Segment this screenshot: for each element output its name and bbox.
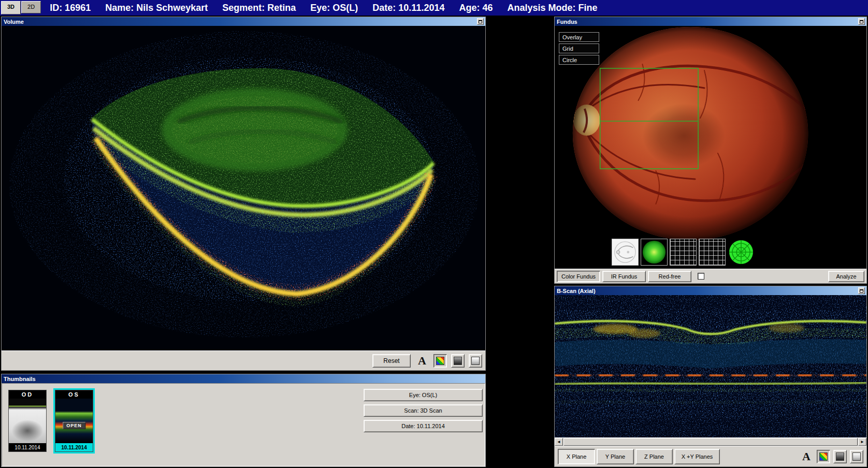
volume-controls: Reset A xyxy=(2,350,485,370)
open-badge: OPEN xyxy=(63,422,85,429)
eye-info-button[interactable]: Eye: OS(L) xyxy=(364,389,483,401)
analyze-button[interactable]: Analyze xyxy=(828,271,864,282)
volume-titlebar: Volume xyxy=(2,17,485,26)
background-gap xyxy=(487,16,554,468)
white-palette-icon xyxy=(471,357,480,365)
bscan-color-palette-button[interactable] xyxy=(817,450,830,463)
red-free-checkbox[interactable] xyxy=(698,273,704,280)
fundus-controls: Color Fundus IR Fundus Red-free Analyze xyxy=(555,269,866,283)
thumbnail-os[interactable]: OS OPEN 10.11.2014 xyxy=(55,390,93,452)
date: Date: 10.11.2014 xyxy=(372,3,444,13)
header-bar: 3D 2D ID: 16961 Name: Nils Schweykart Se… xyxy=(0,0,868,16)
patient-info: ID: 16961 Name: Nils Schweykart Segment:… xyxy=(50,3,597,13)
thumbnail-os-date: 10.11.2014 xyxy=(55,443,93,451)
thumbnail-od-eye-label: OD xyxy=(9,390,46,399)
mini-thumb-etdrs-target[interactable] xyxy=(728,239,755,266)
fundus-mini-thumbs xyxy=(612,239,755,266)
volume-font-button[interactable]: A xyxy=(415,354,429,368)
mini-thumb-grid-2[interactable] xyxy=(699,239,726,266)
bscan-titlebar: B-Scan (Axial) xyxy=(555,286,866,295)
red-free-button[interactable]: Red-free xyxy=(648,271,691,282)
fundus-restore-icon[interactable] xyxy=(858,18,865,25)
ir-fundus-button[interactable]: IR Fundus xyxy=(602,271,646,282)
x-plane-button[interactable]: X Plane xyxy=(558,449,595,464)
fundus-title: Fundus xyxy=(557,19,577,25)
bscan-panel: B-Scan (Axial) xyxy=(554,286,867,467)
analysis-mode: Analysis Mode: Fine xyxy=(507,3,597,13)
bscan-image-view[interactable] xyxy=(555,295,866,437)
bscan-gray-palette-button[interactable] xyxy=(833,450,847,463)
age: Age: 46 xyxy=(459,3,493,13)
thumbnails-body: OD 10.11.2014 OS OPEN 10.11.2014 xyxy=(2,383,485,466)
volume-restore-icon[interactable] xyxy=(477,18,484,25)
thumbnails-title: Thumbnails xyxy=(4,376,36,382)
reset-button[interactable]: Reset xyxy=(372,354,411,368)
tab-3d[interactable]: 3D xyxy=(1,1,21,14)
rainbow-palette-icon xyxy=(436,357,444,365)
bscan-right-tools: A xyxy=(799,449,863,464)
fundus-panel: Fundus xyxy=(554,17,867,284)
bscan-title: B-Scan (Axial) xyxy=(557,288,596,294)
circle-button[interactable]: Circle xyxy=(559,55,599,65)
bscan-restore-icon[interactable] xyxy=(858,287,865,294)
fundus-image-view[interactable]: Overlay Grid Circle xyxy=(555,26,866,269)
volume-white-palette-button[interactable] xyxy=(469,354,482,368)
thumbnail-os-eye-label: OS xyxy=(55,390,93,399)
thumbnails-titlebar: Thumbnails xyxy=(2,374,485,383)
white-palette-icon xyxy=(852,452,861,461)
volume-color-palette-button[interactable] xyxy=(433,354,447,368)
volume-3d-render[interactable] xyxy=(2,26,485,350)
overlay-button[interactable]: Overlay xyxy=(559,32,599,42)
rainbow-palette-icon xyxy=(819,452,828,461)
grid-button[interactable]: Grid xyxy=(559,43,599,53)
scroll-thumb[interactable] xyxy=(563,438,858,446)
mini-thumb-grid-1[interactable] xyxy=(670,239,697,266)
color-fundus-button[interactable]: Color Fundus xyxy=(557,271,600,282)
segment: Segment: Retina xyxy=(222,3,296,13)
bscan-font-button[interactable]: A xyxy=(799,449,814,464)
scan-info-button[interactable]: Scan: 3D Scan xyxy=(364,404,483,417)
gray-palette-icon xyxy=(454,357,462,365)
volume-title: Volume xyxy=(4,19,24,25)
patient-name: Name: Nils Schweykart xyxy=(105,3,208,13)
volume-panel: Volume xyxy=(1,17,486,371)
scan-info: Eye: OS(L) Scan: 3D Scan Date: 10.11.201… xyxy=(364,389,483,432)
thumbnails-panel: Thumbnails OD 10.11.2014 OS OPEN xyxy=(1,374,486,467)
bscan-scrollbar[interactable]: ◄ ► xyxy=(555,437,866,446)
fundus-overlay-controls: Overlay Grid Circle xyxy=(559,32,599,65)
eye: Eye: OS(L) xyxy=(310,3,358,13)
scroll-left-arrow[interactable]: ◄ xyxy=(555,438,563,446)
thumbnail-od-image xyxy=(9,399,46,443)
bscan-controls: X Plane Y Plane Z Plane X +Y Planes A xyxy=(555,446,866,466)
gray-palette-icon xyxy=(836,452,844,461)
z-plane-button[interactable]: Z Plane xyxy=(635,449,673,464)
xy-planes-button[interactable]: X +Y Planes xyxy=(674,449,720,464)
view-tabs: 3D 2D xyxy=(1,1,41,14)
tab-2d[interactable]: 2D xyxy=(21,1,41,13)
y-plane-button[interactable]: Y Plane xyxy=(597,449,634,464)
bscan-white-palette-button[interactable] xyxy=(850,450,863,463)
mini-thumb-fundus-sketch[interactable] xyxy=(612,239,639,266)
thumbnail-list: OD 10.11.2014 OS OPEN 10.11.2014 xyxy=(2,384,93,466)
date-info-button[interactable]: Date: 10.11.2014 xyxy=(364,420,483,432)
fundus-titlebar: Fundus xyxy=(555,17,866,26)
mini-thumb-thickness-map[interactable] xyxy=(641,239,668,266)
patient-id: ID: 16961 xyxy=(50,3,91,13)
thumbnail-os-image: OPEN xyxy=(55,399,93,443)
scroll-right-arrow[interactable]: ► xyxy=(858,438,866,446)
app-window: 3D 2D ID: 16961 Name: Nils Schweykart Se… xyxy=(0,0,868,468)
thumbnail-od-date: 10.11.2014 xyxy=(9,443,46,451)
volume-gray-palette-button[interactable] xyxy=(451,354,465,368)
thumbnail-od[interactable]: OD 10.11.2014 xyxy=(8,390,47,452)
